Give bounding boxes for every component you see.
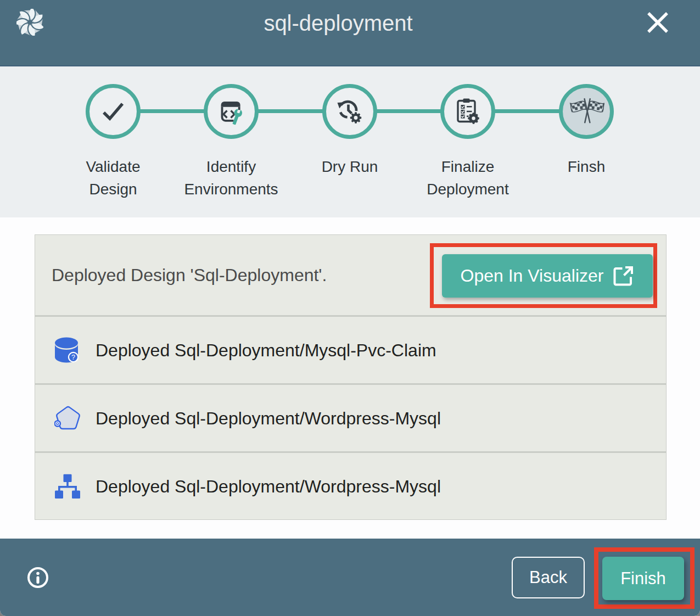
svg-text:?: ? — [71, 354, 75, 361]
